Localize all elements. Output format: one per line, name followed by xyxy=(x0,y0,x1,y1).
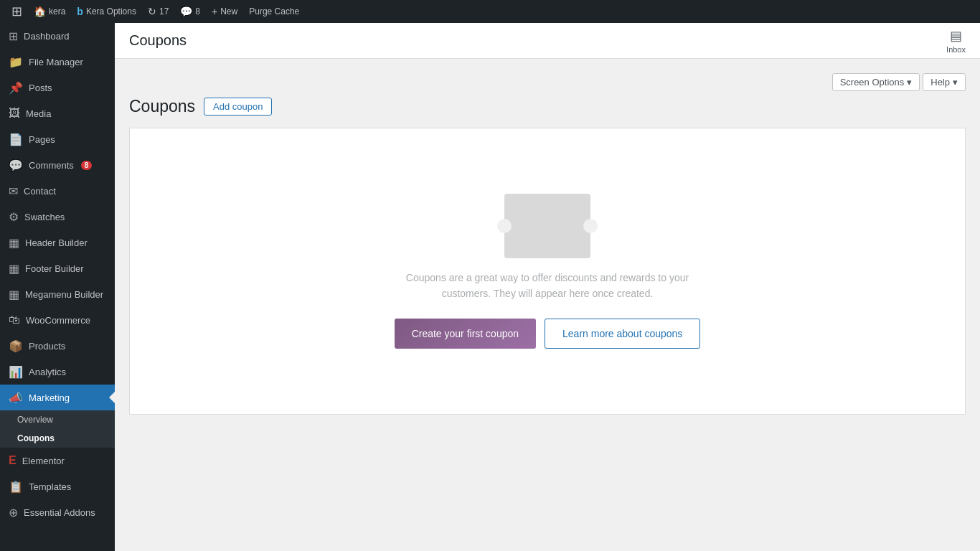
analytics-icon: 📊 xyxy=(9,365,23,379)
swatches-icon: ⚙ xyxy=(9,210,19,224)
page-header: Coupons ▤ Inbox xyxy=(115,23,980,59)
sidebar-item-file-manager[interactable]: 📁 File Manager xyxy=(0,49,115,75)
sidebar-item-elementor[interactable]: E Elementor xyxy=(0,448,115,474)
kera-options-link[interactable]: b Kera Options xyxy=(71,0,142,23)
sidebar-item-pages[interactable]: 📄 Pages xyxy=(0,126,115,152)
screen-options-bar: Screen Options ▾ Help ▾ xyxy=(129,73,966,91)
screen-options-button[interactable]: Screen Options ▾ xyxy=(832,73,920,91)
screen-options-chevron-icon: ▾ xyxy=(907,77,912,88)
comments-icon: 💬 xyxy=(9,159,23,172)
sidebar-item-essential-addons[interactable]: ⊕ Essential Addons xyxy=(0,499,115,525)
header-builder-icon: ▦ xyxy=(9,236,19,250)
sidebar-item-header-builder[interactable]: ▦ Header Builder xyxy=(0,230,115,255)
sidebar-item-media[interactable]: 🖼 Media xyxy=(0,100,115,126)
file-manager-icon: 📁 xyxy=(9,55,23,69)
sidebar-item-posts[interactable]: 📌 Posts xyxy=(0,75,115,100)
content-heading-row: Coupons Add coupon xyxy=(129,97,966,116)
posts-icon: 📌 xyxy=(9,81,23,95)
new-link[interactable]: + New xyxy=(206,0,243,23)
sidebar-item-dashboard[interactable]: ⊞ Dashboard xyxy=(0,23,115,49)
sidebar-item-comments[interactable]: 💬 Comments 8 xyxy=(0,152,115,178)
sidebar: ⊞ Dashboard 📁 File Manager 📌 Posts 🖼 Med… xyxy=(0,23,115,551)
sidebar-item-contact[interactable]: ✉ Contact xyxy=(0,178,115,204)
footer-builder-icon: ▦ xyxy=(9,262,19,276)
sidebar-item-woocommerce[interactable]: 🛍 WooCommerce xyxy=(0,307,115,333)
elementor-icon: E xyxy=(9,454,17,467)
help-chevron-icon: ▾ xyxy=(953,77,958,88)
products-icon: 📦 xyxy=(9,339,23,353)
media-icon: 🖼 xyxy=(9,107,20,120)
add-coupon-button[interactable]: Add coupon xyxy=(204,98,272,116)
submenu-overview[interactable]: Overview xyxy=(0,410,115,429)
dashboard-icon: ⊞ xyxy=(9,29,18,43)
page-title: Coupons xyxy=(129,97,195,116)
page-header-title: Coupons xyxy=(129,32,187,49)
comments-badge: 8 xyxy=(81,161,93,170)
essential-addons-icon: ⊕ xyxy=(9,506,18,519)
submenu-coupons[interactable]: Coupons xyxy=(0,429,115,448)
purge-cache-link[interactable]: Purge Cache xyxy=(243,0,305,23)
create-first-coupon-button[interactable]: Create your first coupon xyxy=(395,319,536,349)
sidebar-item-products[interactable]: 📦 Products xyxy=(0,333,115,359)
updates-link[interactable]: ↻ 17 xyxy=(142,0,174,23)
content-area: Screen Options ▾ Help ▾ Coupons Add coup… xyxy=(115,59,980,551)
help-button[interactable]: Help ▾ xyxy=(923,73,966,91)
contact-icon: ✉ xyxy=(9,184,18,198)
empty-state-panel: Coupons are a great way to offer discoun… xyxy=(129,128,966,415)
marketing-submenu: Overview Coupons xyxy=(0,410,115,448)
sidebar-item-megamenu-builder[interactable]: ▦ Megamenu Builder xyxy=(0,281,115,307)
coupon-illustration xyxy=(504,194,590,258)
empty-state-description: Coupons are a great way to offer discoun… xyxy=(390,270,705,302)
sidebar-item-swatches[interactable]: ⚙ Swatches xyxy=(0,204,115,230)
sidebar-item-templates[interactable]: 📋 Templates xyxy=(0,474,115,499)
pages-icon: 📄 xyxy=(9,133,23,146)
admin-bar: ⊞ 🏠 kera b Kera Options ↻ 17 💬 8 + New P… xyxy=(0,0,980,23)
inbox-icon: ▤ xyxy=(950,28,962,44)
inbox-button[interactable]: ▤ Inbox xyxy=(946,28,966,54)
sidebar-item-footer-builder[interactable]: ▦ Footer Builder xyxy=(0,255,115,281)
wp-logo[interactable]: ⊞ xyxy=(6,0,28,23)
site-link[interactable]: 🏠 kera xyxy=(28,0,71,23)
comments-link[interactable]: 💬 8 xyxy=(174,0,206,23)
marketing-icon: 📣 xyxy=(9,391,23,405)
empty-state-actions: Create your first coupon Learn more abou… xyxy=(395,319,701,349)
active-arrow xyxy=(109,392,115,403)
sidebar-item-analytics[interactable]: 📊 Analytics xyxy=(0,359,115,385)
megamenu-icon: ▦ xyxy=(9,288,19,301)
woocommerce-icon: 🛍 xyxy=(9,314,20,326)
sidebar-item-marketing[interactable]: 📣 Marketing xyxy=(0,385,115,410)
learn-more-coupons-button[interactable]: Learn more about coupons xyxy=(545,319,700,349)
templates-icon: 📋 xyxy=(9,480,23,494)
